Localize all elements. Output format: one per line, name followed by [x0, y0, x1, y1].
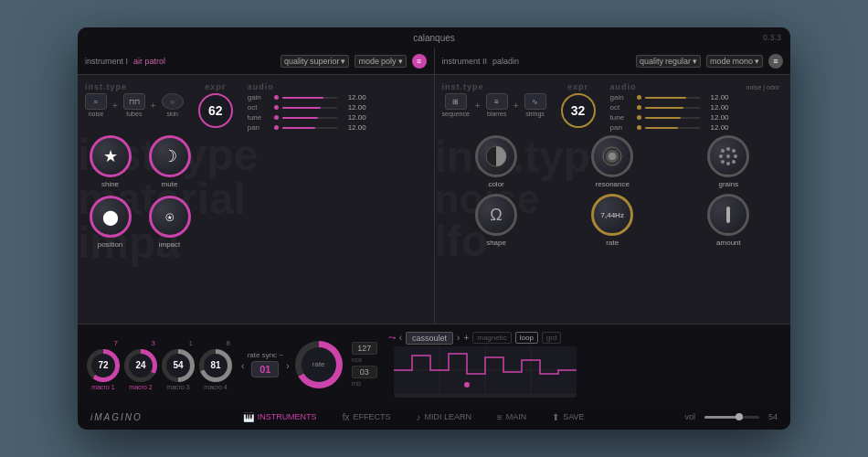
rnb-value: 03	[352, 366, 377, 378]
tab-instruments[interactable]: 🎹 INSTRUMENTS	[239, 410, 321, 424]
shine-knob[interactable]: ★	[90, 135, 132, 177]
seq-opt-loop[interactable]: loop	[515, 332, 538, 344]
strings-icon: ∿	[524, 93, 546, 110]
amount-label: amount	[716, 239, 741, 247]
star-icon: ★	[103, 146, 118, 166]
impact-knob[interactable]: ⍟	[149, 196, 191, 238]
seq-header: ⤳ ‹ cassoulet › + magnetic loop grd	[388, 332, 577, 345]
inst1-knobs-row1: ★ shine ☽ mute	[85, 135, 195, 188]
instrument-panel-2: inst.type noise lfo inst.type ⊞ sequence…	[435, 75, 791, 324]
inst1-mode-select[interactable]: mode poly ▾	[355, 55, 406, 68]
tab-main[interactable]: ≡ MAIN	[493, 410, 530, 424]
panel2-top: inst.type ⊞ sequence + ≡ blarres +	[442, 82, 784, 132]
dark-half-icon	[484, 144, 508, 168]
inst1-tab-toggle[interactable]: ≡	[412, 54, 427, 69]
seq-prev[interactable]: ‹	[399, 333, 402, 343]
macro2-dial[interactable]: 24	[124, 349, 157, 382]
noise-odor-label: noise | odor	[746, 84, 779, 90]
skin-icon: ○	[162, 93, 184, 110]
position-knob[interactable]: ⬤	[90, 196, 132, 238]
macro2-label: macro 2	[129, 384, 152, 390]
rate-knob[interactable]: 7,44Hz	[591, 194, 633, 236]
brand-logo: iMAGINO	[90, 412, 143, 422]
macro4: 8 81 macro 4	[199, 339, 232, 390]
mute-knob[interactable]: ☽	[149, 135, 191, 177]
macro3-dial[interactable]: 54	[162, 349, 195, 382]
inst1-knobs-row2: ⬤ position ⍟ impact	[85, 196, 195, 249]
inst1-type-tubes[interactable]: ⊓⊓ tubes	[123, 93, 145, 117]
svg-point-11	[726, 162, 730, 165]
inst2-pan-row: pan 12.00	[610, 123, 729, 132]
inst1-type-row: ≈ noise + ⊓⊓ tubes + ○ skin	[85, 93, 184, 117]
tab-midi-learn[interactable]: ♪ MIDI LEARN	[412, 410, 475, 424]
vol-value: 54	[768, 412, 778, 421]
svg-point-8	[726, 154, 730, 158]
position-knob-container: ⬤ position	[85, 196, 135, 249]
svg-point-19	[464, 382, 470, 388]
inst1-audio-section: gain 12.00 oct 12.00 tune	[248, 93, 366, 132]
app-version: 0.3.3	[763, 33, 781, 42]
rate-sync-value[interactable]: 01	[251, 361, 279, 377]
inst2-type-row: ⊞ sequence + ≡ blarres + ∿ strings	[442, 93, 546, 117]
inst1-type-skin[interactable]: ○ skin	[162, 93, 184, 117]
bar-icon	[723, 205, 734, 225]
shape-knob[interactable]: Ω	[475, 194, 517, 236]
seq-icon: ⤳	[388, 333, 396, 343]
inst2-knobs-row1: color resonance	[442, 135, 784, 188]
inst2-type-blarres[interactable]: ≡ blarres	[486, 93, 508, 117]
macro1-dial[interactable]: 72	[87, 349, 120, 382]
seq-add[interactable]: +	[463, 333, 469, 343]
inst2-audio: audio gain 12.00 oct 12.00	[610, 82, 729, 132]
resonance-knob[interactable]	[591, 135, 633, 177]
seq-display[interactable]	[394, 346, 577, 398]
inst2-expr-knob[interactable]: 32	[561, 93, 596, 128]
rate-sync-label: rate sync ~	[248, 351, 283, 359]
macro1-label: macro 1	[91, 384, 114, 390]
inst1-type-noise[interactable]: ≈ noise	[85, 93, 107, 117]
seq-opt-magnetic[interactable]: magnetic	[472, 332, 511, 344]
shine-label: shine	[101, 180, 119, 188]
grains-knob[interactable]	[707, 135, 749, 177]
inst1-expr-knob[interactable]: 62	[198, 93, 233, 128]
inst2-type-strings[interactable]: ∿ strings	[524, 93, 546, 117]
tab-save[interactable]: ⬆ SAVE	[548, 410, 587, 424]
inst2-mode-label: mode	[710, 57, 731, 66]
rate-prev-button[interactable]: ‹	[241, 361, 244, 377]
svg-point-6	[732, 149, 736, 153]
inst1-preset: air patrol	[133, 57, 165, 66]
color-knob[interactable]	[475, 135, 517, 177]
rate-next-button[interactable]: ›	[286, 361, 289, 377]
inst1-quality-select[interactable]: quality superior ▾	[281, 55, 350, 68]
svg-point-9	[734, 154, 737, 158]
inst2-expr-value: 32	[571, 103, 586, 118]
sequence-icon: ⊞	[445, 93, 467, 110]
inst2-label: instrument II	[442, 57, 488, 66]
seq-name[interactable]: cassoulet	[406, 332, 453, 345]
macro2: 3 24 macro 2	[124, 339, 157, 390]
tab-midi-label: MIDI LEARN	[424, 412, 471, 421]
inst2-tab-toggle[interactable]: ≡	[768, 54, 783, 69]
rate-knob-section: rate	[295, 341, 343, 388]
inst2-quality-select[interactable]: quality regular ▾	[636, 55, 701, 68]
position-label: position	[98, 240, 123, 249]
inst2-type-sequence[interactable]: ⊞ sequence	[442, 93, 470, 117]
instrument-panel-1: inst.type material impa inst.type ≈ nois…	[78, 75, 435, 324]
rate-knob-container: 7,44Hz rate	[558, 194, 667, 247]
chevron-icon: ▾	[341, 57, 345, 66]
inst1-label: instrument I	[85, 57, 128, 66]
macro4-dial[interactable]: 81	[199, 349, 232, 382]
macro3: 1 54 macro 3	[162, 339, 195, 390]
seq-next[interactable]: ›	[457, 333, 460, 343]
app-window: calanques 0.3.3 instrument I air patrol …	[78, 27, 790, 430]
amount-knob-container: amount	[674, 194, 783, 247]
rate-big-knob[interactable]: rate	[295, 341, 343, 388]
inst2-mode-select[interactable]: mode mono ▾	[706, 55, 763, 68]
vol-label: vol	[684, 412, 695, 421]
vol-slider[interactable]	[704, 416, 759, 419]
seq-opt-grd[interactable]: grd	[542, 332, 562, 344]
tab-effects[interactable]: fx EFFECTS	[339, 410, 395, 424]
shape-label: shape	[486, 239, 506, 247]
mute-knob-container: ☽ mute	[144, 135, 195, 188]
amount-knob[interactable]	[707, 194, 749, 236]
inst1-audio: audio gain 12.00 oct 12.00	[248, 82, 366, 132]
